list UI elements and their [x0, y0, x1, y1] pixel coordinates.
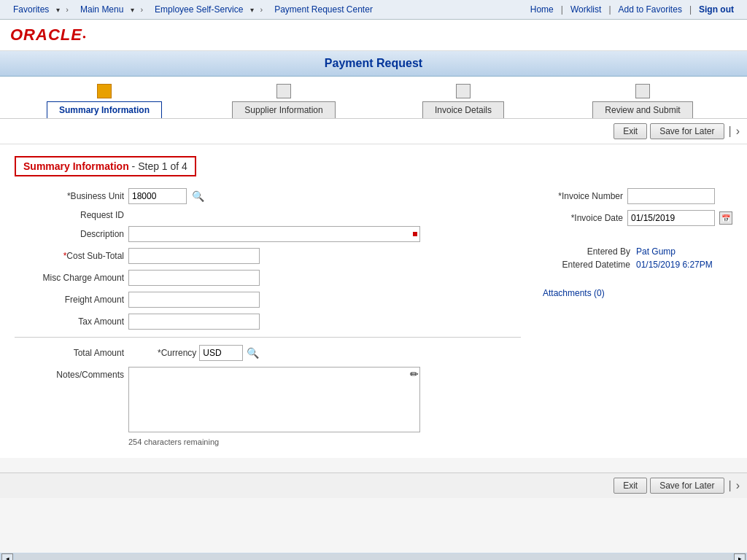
step-4-indicator: [635, 84, 650, 98]
misc-charge-row: Misc Charge Amount: [15, 270, 521, 286]
bottom-action-bar: Exit Save for Later | ›: [0, 472, 747, 498]
business-unit-search-icon[interactable]: 🔍: [191, 190, 205, 203]
oracle-logo: ORACLE ●: [10, 26, 737, 44]
scroll-left-button[interactable]: ◂: [1, 553, 13, 560]
step-header-separator: -: [132, 160, 139, 172]
cost-subtotal-label: Cost Sub-Total: [15, 251, 124, 261]
horizontal-scrollbar[interactable]: ◂ ▸: [0, 553, 747, 560]
request-id-label: Request ID: [15, 210, 124, 220]
total-amount-label: Total Amount: [15, 348, 124, 358]
business-unit-row: *Business Unit 🔍: [15, 188, 521, 204]
cost-subtotal-input[interactable]: [128, 248, 260, 264]
scroll-track[interactable]: [15, 553, 732, 560]
invoice-date-row: *Invoice Date 📅: [535, 210, 732, 226]
freight-row: Freight Amount: [15, 292, 521, 308]
action-bar-separator: |: [727, 125, 733, 138]
save-for-later-button-bottom[interactable]: Save for Later: [650, 478, 724, 494]
wizard-step-2[interactable]: Supplier Information: [194, 84, 374, 118]
scroll-right-button[interactable]: ▸: [734, 553, 746, 560]
cost-subtotal-row: Cost Sub-Total: [15, 248, 521, 264]
favorites-menu[interactable]: Favorites: [7, 3, 55, 16]
step-2-indicator: [276, 84, 291, 98]
step-3-indicator: [456, 84, 471, 98]
tax-input[interactable]: [128, 314, 260, 330]
description-label: Description: [15, 229, 124, 239]
invoice-date-input[interactable]: [627, 210, 715, 226]
entered-by-label: Entered By: [535, 246, 630, 257]
worklist-link[interactable]: Worklist: [565, 3, 607, 16]
form-divider: [15, 337, 521, 338]
wizard-steps-container: Summary Information Supplier Information…: [0, 77, 747, 119]
payment-request-center-link[interactable]: Payment Request Center: [268, 3, 379, 16]
wizard-steps: Summary Information Supplier Information…: [15, 84, 732, 118]
wizard-step-4[interactable]: Review and Submit: [553, 84, 732, 118]
wizard-step-3[interactable]: Invoice Details: [374, 84, 553, 118]
top-nav-right: Home | Worklist | Add to Favorites | Sig…: [525, 3, 740, 16]
top-navigation: Favorites ▾ › Main Menu ▾ › Employee Sel…: [0, 0, 747, 20]
exit-button-top[interactable]: Exit: [614, 123, 647, 139]
next-arrow-icon-bottom: ›: [736, 479, 740, 492]
next-arrow-icon: ›: [736, 125, 740, 138]
home-link[interactable]: Home: [525, 3, 560, 16]
oracle-logo-text: ORACLE: [10, 26, 82, 44]
currency-input[interactable]: [199, 345, 243, 361]
currency-search-icon[interactable]: 🔍: [246, 346, 260, 359]
business-unit-input[interactable]: [128, 188, 187, 204]
left-form: *Business Unit 🔍 Request ID Description: [15, 188, 521, 446]
step-1-tab[interactable]: Summary Information: [47, 101, 162, 118]
exit-button-bottom[interactable]: Exit: [614, 478, 647, 494]
step-3-tab[interactable]: Invoice Details: [422, 101, 504, 118]
step-header-title: Summary Information: [23, 160, 129, 172]
add-to-favorites-link[interactable]: Add to Favorites: [613, 3, 688, 16]
oracle-logo-dot: ●: [82, 34, 86, 40]
main-menu-link[interactable]: Main Menu: [74, 3, 129, 16]
currency-group: *Currency 🔍: [158, 345, 260, 361]
entered-by-value: Pat Gump: [636, 246, 676, 257]
entered-datetime-label: Entered Datetime: [535, 260, 630, 270]
page-title: Payment Request: [0, 51, 747, 77]
entered-datetime-row: Entered Datetime 01/15/2019 6:27PM: [535, 260, 732, 270]
freight-label: Freight Amount: [15, 295, 124, 305]
char-count: 254 characters remaining: [128, 438, 521, 446]
breadcrumb-arrow-1: ›: [66, 5, 69, 14]
notes-textarea[interactable]: [128, 367, 420, 432]
save-for-later-button-top[interactable]: Save for Later: [650, 123, 724, 139]
calendar-icon[interactable]: 📅: [719, 211, 732, 225]
favorites-dropdown-icon: ▾: [56, 6, 60, 14]
invoice-date-label: *Invoice Date: [535, 213, 623, 223]
step-header-step-text: Step 1 of 4: [138, 160, 187, 172]
notes-edit-icon[interactable]: ✏: [410, 368, 419, 380]
sign-out-link[interactable]: Sign out: [693, 3, 740, 16]
invoice-number-row: *Invoice Number: [535, 188, 732, 204]
misc-charge-input[interactable]: [128, 270, 260, 286]
wizard-step-1[interactable]: Summary Information: [15, 84, 194, 118]
entered-datetime-value: 01/15/2019 6:27PM: [636, 260, 713, 270]
description-required-dot: [413, 232, 417, 236]
step-2-tab[interactable]: Supplier Information: [232, 101, 335, 118]
description-input[interactable]: [128, 226, 420, 242]
request-id-row: Request ID: [15, 210, 521, 220]
attachments-section: Attachments (0): [543, 287, 732, 298]
bottom-action-bar-separator: |: [727, 479, 733, 492]
notes-row: Notes/Comments ✏: [15, 367, 521, 435]
currency-label: *Currency: [158, 348, 196, 358]
breadcrumb-arrow-3: ›: [260, 5, 263, 14]
description-row: Description: [15, 226, 521, 242]
step-1-indicator: [97, 84, 112, 98]
freight-input[interactable]: [128, 292, 260, 308]
invoice-number-input[interactable]: [627, 188, 715, 204]
notes-container: ✏: [128, 367, 420, 435]
entered-by-row: Entered By Pat Gump: [535, 246, 732, 257]
right-info-panel: *Invoice Number *Invoice Date 📅 Entered …: [521, 188, 732, 446]
misc-charge-label: Misc Charge Amount: [15, 273, 124, 283]
form-section: Summary Information - Step 1 of 4 *Busin…: [0, 144, 747, 458]
main-content: Payment Request Summary Information Supp…: [0, 51, 747, 553]
attachments-link[interactable]: Attachments (0): [543, 288, 605, 298]
employee-self-service-dropdown-icon: ▾: [250, 6, 254, 14]
main-form-area: *Business Unit 🔍 Request ID Description: [15, 188, 732, 446]
step-header: Summary Information - Step 1 of 4: [15, 156, 196, 176]
employee-self-service-link[interactable]: Employee Self-Service: [149, 3, 249, 16]
tax-label: Tax Amount: [15, 316, 124, 327]
top-action-bar: Exit Save for Later | ›: [0, 119, 747, 144]
step-4-tab[interactable]: Review and Submit: [592, 101, 692, 118]
